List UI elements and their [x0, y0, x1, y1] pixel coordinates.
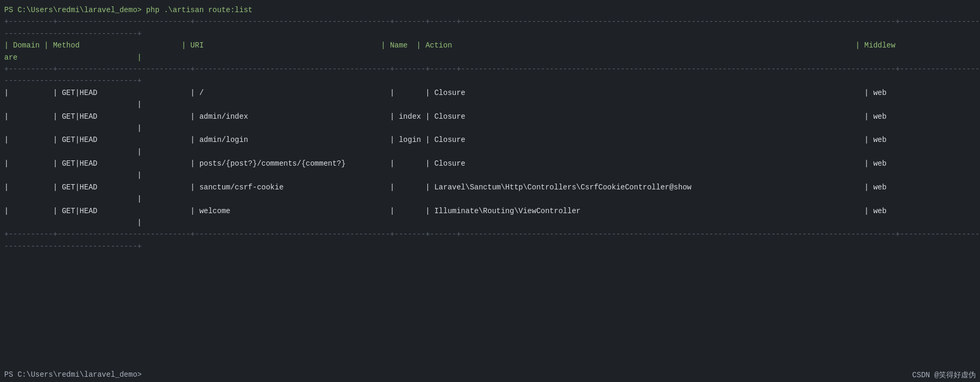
table-row: | | GET|HEAD | welcome | | Illuminate\Ro… — [0, 205, 980, 217]
empty-line — [0, 252, 980, 264]
table-row: | | GET|HEAD | admin/index | index | Clo… — [0, 111, 980, 122]
header-cont: are | — [0, 52, 980, 63]
table-row: | | GET|HEAD | sanctum/csrf-cookie | | L… — [0, 182, 980, 193]
table-row-cont: | — [0, 169, 980, 181]
table-row: | | GET|HEAD | / | | Closure | web — [0, 87, 980, 99]
bottom-bar: PS C:\Users\redmi\laravel_demo> CSDN @笑得… — [0, 368, 980, 382]
header-line: | Domain | Method | URI | Name | Action … — [0, 40, 980, 51]
prompt-end: PS C:\Users\redmi\laravel_demo> — [4, 370, 141, 380]
separator-line-2: +----------+----------------------------… — [0, 63, 980, 75]
table-row-cont: | — [0, 146, 980, 158]
table-row-cont: | — [0, 217, 980, 228]
table-row: | | GET|HEAD | admin/login | login | Clo… — [0, 134, 980, 146]
command-line: PS C:\Users\redmi\laravel_demo> php .\ar… — [0, 4, 980, 16]
separator-line-1: +----------+----------------------------… — [0, 16, 980, 27]
table-row: | | GET|HEAD | posts/{post?}/comments/{c… — [0, 158, 980, 169]
table-row-cont: | — [0, 122, 980, 134]
table-row-cont: | — [0, 99, 980, 110]
watermark: CSDN @笑得好虚伪 — [912, 370, 976, 380]
separator-line-2b: ------------------------------+ — [0, 75, 980, 87]
separator-line-3b: ------------------------------+ — [0, 241, 980, 252]
separator-line-3: +----------+----------------------------… — [0, 228, 980, 240]
table-row-cont: | — [0, 193, 980, 205]
separator-line-1b: ------------------------------+ — [0, 28, 980, 40]
terminal-window: PS C:\Users\redmi\laravel_demo> php .\ar… — [0, 0, 980, 382]
